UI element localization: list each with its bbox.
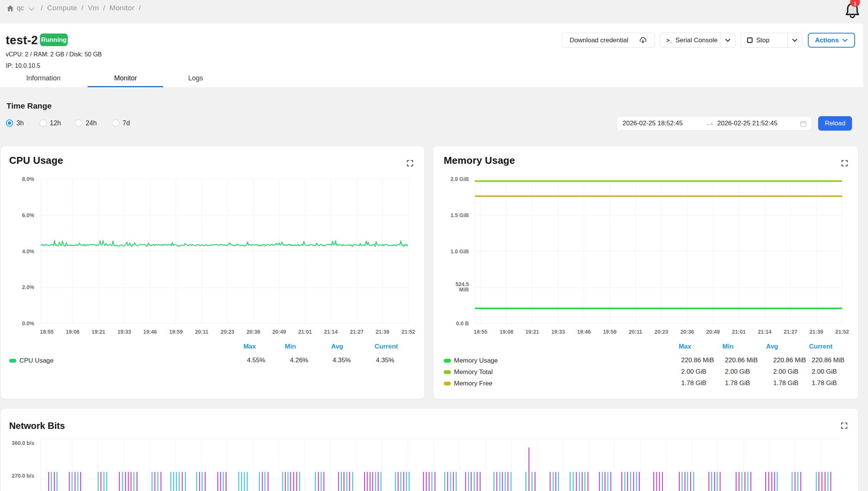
svg-text:19:46: 19:46 [143, 329, 157, 335]
svg-text:21:27: 21:27 [784, 329, 797, 335]
svg-text:21:01: 21:01 [732, 329, 746, 335]
svg-text:19:21: 19:21 [92, 329, 105, 335]
svg-text:8.0%: 8.0% [22, 176, 34, 182]
svg-text:270.0 b/s: 270.0 b/s [12, 473, 34, 479]
svg-text:19:46: 19:46 [577, 329, 591, 335]
svg-text:1.0 GiB: 1.0 GiB [451, 248, 469, 254]
svg-text:21:27: 21:27 [350, 329, 363, 335]
svg-text:2.0 GiB: 2.0 GiB [451, 176, 469, 182]
svg-text:20:36: 20:36 [247, 329, 260, 335]
svg-text:20:23: 20:23 [655, 329, 668, 335]
svg-text:1.5 GiB: 1.5 GiB [451, 212, 469, 218]
svg-text:20:36: 20:36 [680, 329, 694, 335]
svg-text:360.0 b/s: 360.0 b/s [12, 440, 34, 446]
svg-text:18:55: 18:55 [40, 329, 54, 335]
svg-text:21:14: 21:14 [758, 329, 771, 335]
svg-text:20:11: 20:11 [195, 329, 209, 335]
svg-text:19:33: 19:33 [551, 329, 565, 335]
svg-text:0.0%: 0.0% [22, 320, 34, 326]
svg-text:20:23: 20:23 [221, 329, 234, 335]
svg-text:MiB: MiB [459, 286, 469, 293]
svg-text:21:14: 21:14 [324, 329, 338, 335]
svg-text:20:49: 20:49 [706, 329, 720, 335]
svg-text:19:21: 19:21 [526, 329, 539, 335]
svg-text:19:59: 19:59 [603, 329, 616, 335]
svg-text:19:33: 19:33 [118, 329, 131, 335]
svg-text:2.0%: 2.0% [22, 284, 34, 290]
svg-text:19:59: 19:59 [169, 329, 183, 335]
svg-text:6.0%: 6.0% [22, 212, 34, 218]
svg-text:21:39: 21:39 [376, 329, 389, 335]
svg-text:21:52: 21:52 [401, 329, 415, 335]
svg-text:0.0 B: 0.0 B [456, 320, 469, 326]
svg-text:21:52: 21:52 [835, 329, 849, 335]
svg-text:20:11: 20:11 [629, 329, 642, 335]
svg-text:21:39: 21:39 [809, 329, 823, 335]
svg-text:21:01: 21:01 [298, 329, 312, 335]
svg-text:18:55: 18:55 [474, 329, 487, 335]
svg-text:4.0%: 4.0% [22, 248, 34, 254]
svg-text:19:08: 19:08 [66, 329, 80, 335]
svg-text:20:49: 20:49 [272, 329, 286, 335]
svg-text:19:08: 19:08 [500, 329, 513, 335]
